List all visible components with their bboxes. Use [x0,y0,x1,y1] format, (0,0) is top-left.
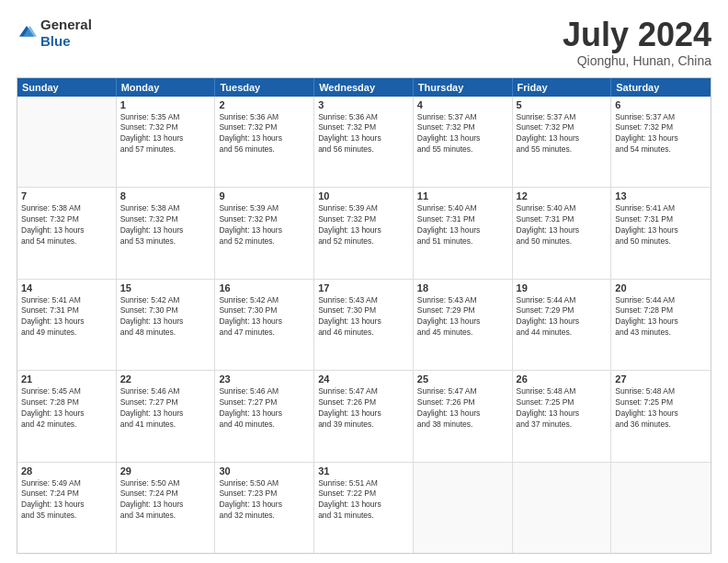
day-info: Sunrise: 5:50 AMSunset: 7:24 PMDaylight:… [120,478,211,523]
day-info: Sunrise: 5:45 AMSunset: 7:28 PMDaylight:… [21,386,112,431]
cal-cell-2-7: 13Sunrise: 5:41 AMSunset: 7:31 PMDayligh… [611,188,711,278]
day-number: 31 [318,465,409,477]
day-number: 27 [615,373,707,385]
cal-header-wednesday: Wednesday [314,78,414,97]
cal-cell-2-4: 10Sunrise: 5:39 AMSunset: 7:32 PMDayligh… [314,188,414,278]
day-number: 28 [21,465,112,477]
day-number: 4 [417,99,508,110]
day-info: Sunrise: 5:48 AMSunset: 7:25 PMDaylight:… [517,386,608,431]
calendar-header: SundayMondayTuesdayWednesdayThursdayFrid… [17,78,711,97]
cal-cell-1-3: 2Sunrise: 5:36 AMSunset: 7:32 PMDaylight… [215,97,314,187]
day-info: Sunrise: 5:37 AMSunset: 7:32 PMDaylight:… [615,112,707,156]
day-number: 21 [21,373,112,385]
day-number: 24 [318,373,409,385]
day-info: Sunrise: 5:46 AMSunset: 7:27 PMDaylight:… [120,386,211,431]
cal-header-saturday: Saturday [611,78,711,97]
day-info: Sunrise: 5:48 AMSunset: 7:25 PMDaylight:… [615,386,707,431]
day-number: 18 [417,282,508,293]
cal-cell-2-6: 12Sunrise: 5:40 AMSunset: 7:31 PMDayligh… [513,188,612,278]
cal-cell-2-1: 7Sunrise: 5:38 AMSunset: 7:32 PMDaylight… [17,188,117,278]
day-info: Sunrise: 5:37 AMSunset: 7:32 PMDaylight:… [417,112,508,156]
day-info: Sunrise: 5:40 AMSunset: 7:31 PMDaylight:… [417,203,508,247]
day-info: Sunrise: 5:47 AMSunset: 7:26 PMDaylight:… [417,386,508,431]
day-info: Sunrise: 5:35 AMSunset: 7:32 PMDaylight:… [120,112,211,156]
day-info: Sunrise: 5:41 AMSunset: 7:31 PMDaylight:… [615,203,707,247]
day-number: 29 [120,465,211,477]
cal-cell-4-7: 27Sunrise: 5:48 AMSunset: 7:25 PMDayligh… [611,371,711,461]
day-info: Sunrise: 5:36 AMSunset: 7:32 PMDaylight:… [219,112,310,156]
calendar-body: 1Sunrise: 5:35 AMSunset: 7:32 PMDaylight… [17,97,711,553]
cal-header-monday: Monday [117,78,216,97]
cal-cell-5-7 [611,463,711,553]
cal-cell-4-2: 22Sunrise: 5:46 AMSunset: 7:27 PMDayligh… [117,371,216,461]
header: General Blue July 2024 Qionghu, Hunan, C… [17,17,711,68]
day-number: 17 [318,282,409,293]
cal-week-3: 14Sunrise: 5:41 AMSunset: 7:31 PMDayligh… [17,280,711,371]
day-number: 15 [120,282,211,293]
day-info: Sunrise: 5:37 AMSunset: 7:32 PMDaylight:… [517,112,608,156]
cal-cell-2-2: 8Sunrise: 5:38 AMSunset: 7:32 PMDaylight… [117,188,216,278]
logo: General Blue [17,17,92,50]
cal-cell-1-6: 5Sunrise: 5:37 AMSunset: 7:32 PMDaylight… [513,97,612,187]
cal-header-sunday: Sunday [17,78,117,97]
page: General Blue July 2024 Qionghu, Hunan, C… [0,0,728,563]
day-number: 13 [615,190,707,201]
cal-header-thursday: Thursday [414,78,513,97]
cal-header-tuesday: Tuesday [215,78,314,97]
cal-cell-5-2: 29Sunrise: 5:50 AMSunset: 7:24 PMDayligh… [117,463,216,553]
cal-cell-4-4: 24Sunrise: 5:47 AMSunset: 7:26 PMDayligh… [314,371,414,461]
day-info: Sunrise: 5:36 AMSunset: 7:32 PMDaylight:… [318,112,409,156]
cal-cell-5-6 [513,463,612,553]
logo-blue: Blue [40,33,71,49]
cal-header-friday: Friday [513,78,612,97]
cal-cell-1-5: 4Sunrise: 5:37 AMSunset: 7:32 PMDaylight… [414,97,513,187]
day-info: Sunrise: 5:42 AMSunset: 7:30 PMDaylight:… [219,295,310,339]
subtitle: Qionghu, Hunan, China [563,53,711,68]
cal-cell-1-1 [17,97,117,187]
cal-cell-3-6: 19Sunrise: 5:44 AMSunset: 7:29 PMDayligh… [513,280,612,370]
cal-cell-2-5: 11Sunrise: 5:40 AMSunset: 7:31 PMDayligh… [414,188,513,278]
cal-cell-3-3: 16Sunrise: 5:42 AMSunset: 7:30 PMDayligh… [215,280,314,370]
day-info: Sunrise: 5:39 AMSunset: 7:32 PMDaylight:… [219,203,310,247]
day-number: 2 [219,99,310,110]
logo-general: General [40,17,92,32]
cal-week-4: 21Sunrise: 5:45 AMSunset: 7:28 PMDayligh… [17,371,711,462]
day-number: 23 [219,373,310,385]
day-number: 6 [615,99,707,110]
day-info: Sunrise: 5:39 AMSunset: 7:32 PMDaylight:… [318,203,409,247]
logo-icon [17,23,37,43]
cal-cell-3-2: 15Sunrise: 5:42 AMSunset: 7:30 PMDayligh… [117,280,216,370]
day-number: 19 [517,282,608,293]
day-info: Sunrise: 5:43 AMSunset: 7:30 PMDaylight:… [318,295,409,339]
day-info: Sunrise: 5:42 AMSunset: 7:30 PMDaylight:… [120,295,211,339]
cal-week-1: 1Sunrise: 5:35 AMSunset: 7:32 PMDaylight… [17,97,711,188]
day-number: 30 [219,465,310,477]
cal-cell-2-3: 9Sunrise: 5:39 AMSunset: 7:32 PMDaylight… [215,188,314,278]
day-number: 5 [517,99,608,110]
cal-cell-1-4: 3Sunrise: 5:36 AMSunset: 7:32 PMDaylight… [314,97,414,187]
cal-cell-5-4: 31Sunrise: 5:51 AMSunset: 7:22 PMDayligh… [314,463,414,553]
day-number: 25 [417,373,508,385]
title-block: July 2024 Qionghu, Hunan, China [563,17,711,68]
cal-cell-4-6: 26Sunrise: 5:48 AMSunset: 7:25 PMDayligh… [513,371,612,461]
cal-cell-4-3: 23Sunrise: 5:46 AMSunset: 7:27 PMDayligh… [215,371,314,461]
day-info: Sunrise: 5:44 AMSunset: 7:28 PMDaylight:… [615,295,707,339]
day-info: Sunrise: 5:40 AMSunset: 7:31 PMDaylight:… [517,203,608,247]
day-number: 3 [318,99,409,110]
cal-week-2: 7Sunrise: 5:38 AMSunset: 7:32 PMDaylight… [17,188,711,279]
day-info: Sunrise: 5:38 AMSunset: 7:32 PMDaylight:… [21,203,112,247]
day-number: 22 [120,373,211,385]
cal-cell-3-7: 20Sunrise: 5:44 AMSunset: 7:28 PMDayligh… [611,280,711,370]
cal-cell-5-1: 28Sunrise: 5:49 AMSunset: 7:24 PMDayligh… [17,463,117,553]
day-number: 16 [219,282,310,293]
day-number: 7 [21,190,112,201]
cal-cell-4-1: 21Sunrise: 5:45 AMSunset: 7:28 PMDayligh… [17,371,117,461]
main-title: July 2024 [563,17,711,53]
day-info: Sunrise: 5:47 AMSunset: 7:26 PMDaylight:… [318,386,409,431]
cal-cell-4-5: 25Sunrise: 5:47 AMSunset: 7:26 PMDayligh… [414,371,513,461]
day-number: 11 [417,190,508,201]
cal-cell-3-4: 17Sunrise: 5:43 AMSunset: 7:30 PMDayligh… [314,280,414,370]
day-info: Sunrise: 5:51 AMSunset: 7:22 PMDaylight:… [318,478,409,523]
cal-cell-5-3: 30Sunrise: 5:50 AMSunset: 7:23 PMDayligh… [215,463,314,553]
day-info: Sunrise: 5:44 AMSunset: 7:29 PMDaylight:… [517,295,608,339]
